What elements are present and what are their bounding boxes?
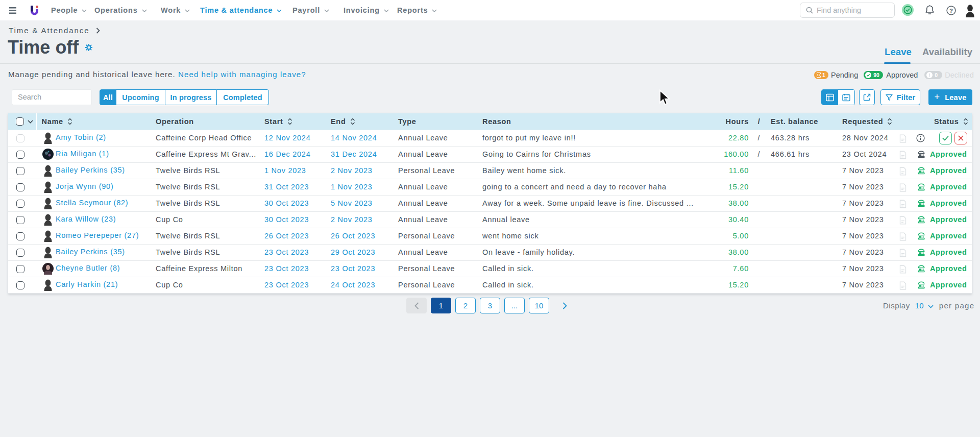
svg-text:?: ? [949,7,953,13]
svg-text:!: ! [929,72,930,78]
